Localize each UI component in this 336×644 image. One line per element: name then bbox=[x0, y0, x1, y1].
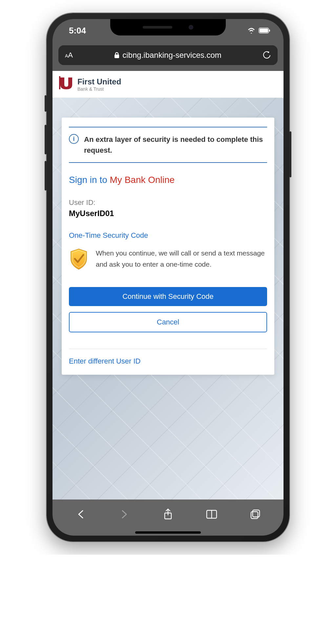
info-message: An extra layer of security is needed to … bbox=[84, 134, 267, 156]
bookmarks-button[interactable] bbox=[206, 508, 218, 520]
back-button[interactable] bbox=[75, 508, 87, 520]
info-icon: i bbox=[69, 134, 79, 144]
text-size-button[interactable]: AA bbox=[65, 51, 73, 59]
svg-rect-1 bbox=[260, 29, 268, 33]
continue-button[interactable]: Continue with Security Code bbox=[69, 287, 267, 306]
status-icons bbox=[247, 28, 270, 33]
phone-button-power bbox=[289, 131, 291, 177]
bank-tagline: Bank & Trust bbox=[77, 86, 121, 92]
phone-speaker bbox=[143, 26, 172, 29]
phone-screen: 5:04 AA bbox=[52, 19, 284, 536]
phone-button-volume-up bbox=[45, 125, 47, 154]
battery-icon bbox=[259, 28, 270, 33]
home-indicator[interactable] bbox=[135, 531, 201, 534]
page-background: i An extra layer of security is needed t… bbox=[52, 98, 284, 500]
enter-different-user-link[interactable]: Enter different User ID bbox=[69, 357, 267, 366]
phone-device-frame: 5:04 AA bbox=[47, 13, 289, 542]
phone-button-silent bbox=[45, 95, 47, 112]
security-description-row: When you continue, we will call or send … bbox=[69, 248, 267, 271]
phone-button-volume-down bbox=[45, 161, 47, 190]
svg-rect-4 bbox=[59, 76, 60, 89]
wifi-icon bbox=[247, 28, 255, 33]
reload-icon[interactable] bbox=[262, 51, 271, 59]
url-text: cibng.ibanking-services.com bbox=[122, 51, 221, 60]
lock-icon bbox=[114, 52, 120, 58]
browser-bottom-toolbar bbox=[52, 500, 284, 529]
svg-rect-9 bbox=[253, 510, 260, 517]
one-time-code-heading: One-Time Security Code bbox=[69, 231, 267, 240]
userid-label: User ID: bbox=[69, 198, 267, 207]
bank-logo bbox=[59, 76, 74, 92]
phone-notch bbox=[110, 19, 226, 35]
signin-heading: Sign in to My Bank Online bbox=[69, 175, 267, 185]
bank-name: First United bbox=[77, 77, 121, 86]
security-description: When you continue, we will call or send … bbox=[96, 248, 267, 270]
browser-address-bar[interactable]: AA cibng.ibanking-services.com bbox=[58, 45, 278, 65]
svg-rect-2 bbox=[269, 30, 270, 32]
tabs-button[interactable] bbox=[249, 508, 261, 520]
phone-front-camera bbox=[189, 25, 193, 30]
bank-title-group: First United Bank & Trust bbox=[77, 77, 121, 92]
shield-check-icon bbox=[69, 248, 89, 271]
signin-prefix: Sign in to bbox=[69, 175, 107, 185]
browser-address-bar-area: AA cibng.ibanking-services.com bbox=[52, 42, 284, 71]
address-url: cibng.ibanking-services.com bbox=[79, 51, 257, 60]
home-indicator-area bbox=[52, 529, 284, 536]
forward-button[interactable] bbox=[118, 508, 130, 520]
info-banner: i An extra layer of security is needed t… bbox=[69, 127, 267, 163]
userid-value: MyUserID01 bbox=[69, 209, 267, 218]
signin-brand: My Bank Online bbox=[110, 175, 175, 185]
svg-rect-3 bbox=[115, 55, 119, 58]
main-card: i An extra layer of security is needed t… bbox=[62, 118, 274, 375]
svg-rect-10 bbox=[251, 512, 258, 519]
bank-header: First United Bank & Trust bbox=[52, 71, 284, 98]
share-button[interactable] bbox=[162, 508, 174, 520]
divider bbox=[69, 349, 267, 349]
cancel-button[interactable]: Cancel bbox=[69, 312, 267, 332]
status-time: 5:04 bbox=[69, 26, 86, 36]
